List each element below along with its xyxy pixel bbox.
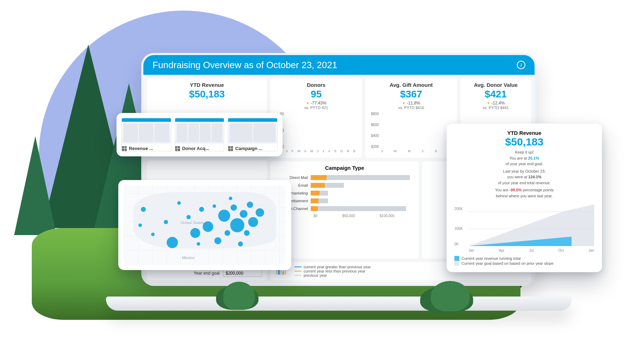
avg-gift-kpi: Avg. Gift Amount $367 ▼ -11.8% vs. PYTD … [365,78,457,158]
campaign-type-panel: Campaign Type Direct MailEmailTelemarket… [270,161,419,258]
year-end-goal-input[interactable] [223,270,262,277]
grid-icon [175,146,180,151]
thumbnail-campaign[interactable]: Campaign ... [228,118,278,151]
dashboard-title: Fundraising Overview as of October 23, 2… [153,60,337,71]
info-icon[interactable]: i [517,61,525,69]
dashboard-thumbnails-card: Revenue ... Donor Acq... Campaign ... [117,113,282,156]
dashboard-header: Fundraising Overview as of October 23, 2… [143,55,535,75]
ytd-revenue-popup: YTD Revenue $50,183 Keep it up! You are … [447,124,602,272]
kpi-label: YTD Revenue [152,82,262,88]
thumbnail-revenue[interactable]: Revenue ... [121,118,171,151]
grid-icon [122,146,127,151]
donors-kpi: Donors 95 ▼ -77.43% vs. PYTD 421 604020 … [270,78,362,158]
donors-bar-chart: 604020 JFMAMJJASOND [275,112,357,154]
ytd-area-chart: 200K 100K 0K Jan Apr Jul Oct Jan [454,203,594,252]
kpi-value: $50,183 [152,89,262,100]
avg-gift-bar-chart: $800$600$400$200 JMMJSN [370,112,452,154]
donor-map-card[interactable]: United States Mexico [118,180,291,270]
grid-icon [228,146,233,151]
thumbnail-donor-acq[interactable]: Donor Acq... [175,118,225,151]
